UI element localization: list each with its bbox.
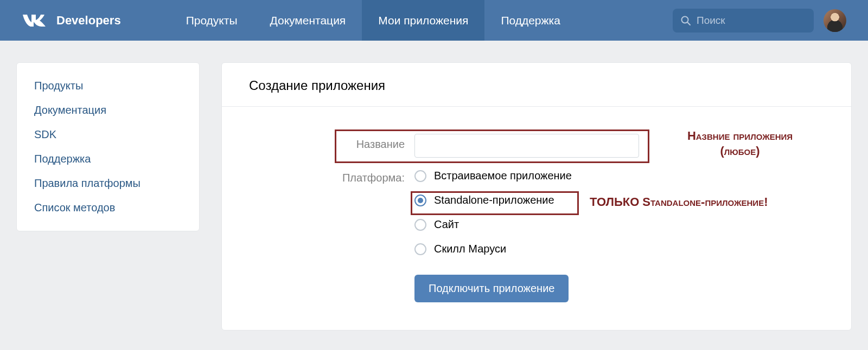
main-panel: Создание приложения Название Платформа: …	[221, 62, 852, 330]
vk-logo-icon	[22, 12, 49, 29]
search-icon	[680, 15, 691, 26]
radio-label: Встраиваемое приложение	[434, 170, 572, 182]
header-right	[673, 9, 846, 33]
name-input[interactable]	[414, 134, 639, 158]
main-header: Создание приложения	[222, 63, 851, 107]
radio-icon	[414, 219, 426, 231]
search-input[interactable]	[697, 15, 806, 27]
radio-standalone[interactable]: Standalone-приложение	[414, 194, 572, 206]
radio-icon	[414, 243, 426, 255]
radio-embedded[interactable]: Встраиваемое приложение	[414, 170, 572, 182]
nav-products[interactable]: Продукты	[170, 0, 254, 41]
form-area: Название Платформа: Встраиваемое приложе…	[222, 107, 851, 302]
brand-block[interactable]: Developers	[22, 12, 121, 29]
sidebar-item-products[interactable]: Продукты	[17, 74, 199, 98]
radio-label: Standalone-приложение	[434, 194, 554, 206]
brand-label: Developers	[56, 14, 121, 28]
avatar[interactable]	[824, 9, 846, 32]
row-name: Название	[222, 134, 851, 158]
sidebar-item-platform-rules[interactable]: Правила платформы	[17, 171, 199, 196]
svg-point-0	[682, 16, 688, 23]
nav-my-apps[interactable]: Мои приложения	[362, 0, 484, 41]
radio-label: Сайт	[434, 218, 459, 231]
sidebar-item-support[interactable]: Поддержка	[17, 147, 199, 171]
row-platform: Платформа: Встраиваемое приложение Stand…	[222, 167, 851, 255]
sidebar: Продукты Документация SDK Поддержка Прав…	[16, 62, 200, 231]
nav-docs[interactable]: Документация	[254, 0, 362, 41]
svg-line-1	[688, 22, 691, 25]
top-header: Developers Продукты Документация Мои при…	[0, 0, 868, 41]
name-label: Название	[222, 134, 414, 151]
content-area: Продукты Документация SDK Поддержка Прав…	[0, 41, 868, 330]
page-title: Создание приложения	[249, 78, 824, 93]
submit-row: Подключить приложение	[222, 275, 851, 302]
search-box[interactable]	[673, 9, 814, 33]
submit-button[interactable]: Подключить приложение	[414, 275, 569, 302]
platform-label: Платформа:	[222, 167, 414, 184]
radio-marusia[interactable]: Скилл Маруси	[414, 243, 572, 255]
nav-support[interactable]: Поддержка	[484, 0, 577, 41]
sidebar-item-sdk[interactable]: SDK	[17, 122, 199, 147]
top-nav: Продукты Документация Мои приложения Под…	[170, 0, 577, 41]
radio-icon	[414, 195, 426, 206]
radio-icon	[414, 170, 426, 182]
radio-site[interactable]: Сайт	[414, 218, 572, 231]
sidebar-item-docs[interactable]: Документация	[17, 98, 199, 122]
platform-radio-group: Встраиваемое приложение Standalone-прило…	[414, 167, 572, 255]
radio-label: Скилл Маруси	[434, 243, 506, 255]
sidebar-item-methods[interactable]: Список методов	[17, 196, 199, 220]
